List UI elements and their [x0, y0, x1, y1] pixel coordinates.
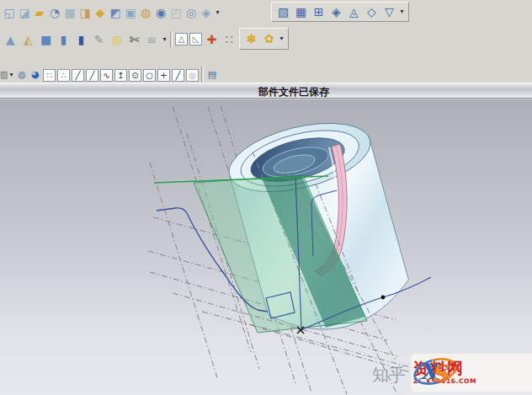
- hole-icon[interactable]: ◉: [153, 3, 168, 22]
- section-surface-icon[interactable]: ◬: [345, 3, 363, 21]
- boolean-unite-icon[interactable]: ◈: [199, 3, 214, 22]
- snap-end-point-icon[interactable]: ∷: [43, 69, 56, 82]
- snap-point-toolbar: ▨▾◍◕∷∴╱╱∿↥⊙○+╱◎▤: [0, 67, 219, 83]
- cad-application-window: ◱◪▰◔▦◨◆◩▣◍◉◰◎◈▾ ▧▦⊞◈◬◇▽▾ ▲◭■▮▮✎◎✄≡▾△◺✚∷▾…: [0, 0, 532, 395]
- datum-plane-icon[interactable]: ◪: [17, 3, 32, 22]
- spacer: [201, 67, 204, 83]
- snap-point-icon[interactable]: ↥: [114, 69, 127, 82]
- boss-cylinder-icon[interactable]: ▮: [72, 30, 90, 49]
- triangle-mesh-icon[interactable]: △: [175, 33, 188, 45]
- thread-pencil-icon[interactable]: ✎: [90, 30, 108, 49]
- model-scene: [0, 99, 532, 395]
- tube-icon[interactable]: ◨: [77, 3, 93, 22]
- feature-operation-toolbar: ▲◭■▮▮✎◎✄≡▾△◺✚∷▾: [2, 28, 246, 51]
- extrude-icon[interactable]: ▰: [32, 3, 47, 22]
- point-set-icon[interactable]: ✽: [242, 29, 260, 48]
- snap-circle-icon[interactable]: ○: [143, 69, 156, 82]
- pocket-icon[interactable]: ◩: [108, 3, 123, 22]
- endpoint-dot: [381, 296, 386, 300]
- group-features-icon[interactable]: ✿: [260, 29, 278, 48]
- pattern-feature-icon[interactable]: ✚: [203, 30, 221, 49]
- watermark-panel: X S 资料网 ZL.XS1616.COM: [411, 354, 532, 392]
- snap-intersection-icon[interactable]: +: [157, 69, 170, 82]
- pad-icon[interactable]: ▣: [123, 3, 138, 22]
- snap-line-icon[interactable]: ╱: [72, 69, 84, 82]
- status-bar: 部件文件已保存: [0, 83, 532, 99]
- chamfer-icon[interactable]: ◭: [19, 30, 37, 49]
- surface-toolbar: ▧▦⊞◈◬◇▽▾: [271, 2, 409, 22]
- through-curve-mesh-icon[interactable]: ⊞: [310, 3, 327, 21]
- block-icon[interactable]: ■: [37, 30, 55, 49]
- history-partial-icon[interactable]: ▨: [0, 68, 8, 82]
- n-sided-surface-icon[interactable]: ◇: [363, 3, 380, 21]
- layer-book-icon[interactable]: ▤: [205, 68, 219, 82]
- separator: [170, 31, 173, 48]
- snap-center-point-icon[interactable]: ⊙: [129, 69, 141, 82]
- graphics-viewport[interactable]: 知乎 X S 资料网 ZL.XS1616.COM: [0, 99, 532, 395]
- cylinder-icon[interactable]: ▮: [55, 30, 72, 49]
- orient-view-icon[interactable]: ◍: [15, 68, 29, 82]
- logo-letter-s: S: [431, 360, 450, 387]
- bounded-plane-icon[interactable]: ▽: [380, 3, 398, 21]
- feature-group-toolbar: ✽✿▾: [239, 28, 289, 50]
- swept-surface-icon[interactable]: ◈: [327, 3, 345, 21]
- surface-overflow-dropdown[interactable]: ▾: [398, 3, 406, 21]
- body-overflow-dropdown[interactable]: ▾: [161, 30, 168, 49]
- sketch-icon[interactable]: ◱: [2, 3, 17, 22]
- logo-dot: [451, 362, 456, 367]
- gold-overflow-dropdown[interactable]: ▾: [278, 29, 285, 48]
- shaded-view-icon[interactable]: ◕: [29, 68, 42, 82]
- revolve-icon[interactable]: ◔: [47, 3, 62, 22]
- cone-icon[interactable]: ▲: [2, 30, 19, 49]
- snap-segment-icon[interactable]: ╱: [172, 69, 184, 82]
- sheet-body-icon[interactable]: ≡: [143, 30, 161, 49]
- history-dropdown[interactable]: ▾: [8, 66, 15, 84]
- through-curves-icon[interactable]: ▦: [292, 3, 310, 21]
- sweep-icon[interactable]: ▦: [62, 3, 77, 22]
- watermark-logo: X S: [411, 354, 460, 389]
- form-feature-toolbar: ◱◪▰◔▦◨◆◩▣◍◉◰◎◈▾: [2, 2, 221, 24]
- snap-mid-point-icon[interactable]: ∴: [57, 69, 70, 82]
- status-message: 部件文件已保存: [258, 85, 329, 99]
- watermark-zhihu-label: 知乎: [372, 364, 406, 387]
- thread-icon[interactable]: ◎: [184, 3, 199, 22]
- instance-array-icon[interactable]: ∷: [221, 30, 238, 49]
- toolbar-area: ◱◪▰◔▦◨◆◩▣◍◉◰◎◈▾ ▧▦⊞◈◬◇▽▾ ▲◭■▮▮✎◎✄≡▾△◺✚∷▾…: [0, 0, 532, 83]
- quick-pick-icon[interactable]: ◎: [186, 69, 199, 82]
- face-blend-icon[interactable]: ◺: [189, 33, 202, 45]
- ruled-surface-icon[interactable]: ▧: [274, 3, 292, 21]
- snap-spline-icon[interactable]: ∿: [100, 69, 113, 82]
- boss-icon[interactable]: ◆: [93, 3, 108, 22]
- feature-overflow-dropdown[interactable]: ▾: [214, 3, 221, 22]
- snap-parallel-line-icon[interactable]: ╱: [86, 69, 98, 82]
- shell-icon[interactable]: ◰: [168, 3, 184, 22]
- groove-icon[interactable]: ◍: [138, 3, 153, 22]
- torus-icon[interactable]: ◎: [108, 30, 125, 49]
- trim-body-icon[interactable]: ✄: [125, 30, 143, 49]
